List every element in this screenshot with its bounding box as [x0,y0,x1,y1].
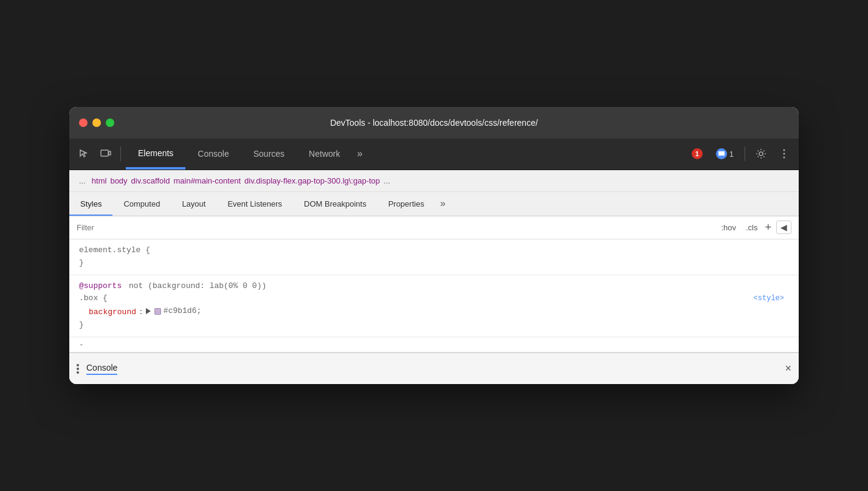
message-count [716,148,727,159]
dot-3 [77,371,79,374]
hov-button[interactable]: :hov [718,222,739,233]
box-selector: .box { [79,292,108,305]
svg-point-2 [759,152,763,156]
svg-point-3 [784,149,785,151]
traffic-lights [79,118,114,127]
tab-elements[interactable]: Elements [126,138,185,170]
partial-dash: - [79,340,84,349]
sub-toolbar: Styles Computed Layout Event Listeners D… [69,192,799,216]
close-brace-line: } [79,319,789,332]
atrule-condition: not (background: lab(0% 0 0)) [124,280,266,293]
styles-panel: element.style { } @supports not (backgro… [69,239,799,352]
breadcrumb-end-dots[interactable]: ... [384,176,390,185]
dot-1 [77,364,79,366]
add-class-button[interactable]: + [765,221,771,234]
subtab-layout[interactable]: Layout [171,191,216,216]
close-brace: } [79,257,84,270]
breadcrumb-body[interactable]: body [110,176,127,185]
breadcrumb-bar: ... html body div.scaffold main#main-con… [69,170,799,192]
subtab-dom-breakpoints[interactable]: DOM Breakpoints [293,191,377,216]
main-toolbar: Elements Console Sources Network » 1 [69,139,799,170]
atrule-line: @supports not (background: lab(0% 0 0)) [79,280,789,293]
main-tabs: Elements Console Sources Network » [126,138,684,170]
close-button[interactable] [79,118,88,127]
toggle-sidebar-button[interactable]: ◀ [776,221,791,234]
svg-rect-0 [101,150,108,156]
background-property-line: background : #c9b1d6; [79,305,789,319]
more-tabs-button[interactable]: » [352,148,367,159]
breadcrumb-start-dots[interactable]: ... [77,175,88,187]
svg-point-4 [784,153,785,155]
error-count: 1 [692,148,703,159]
subtab-properties[interactable]: Properties [377,191,435,216]
maximize-button[interactable] [106,118,114,127]
filter-input[interactable] [77,223,714,232]
breadcrumb-html[interactable]: html [92,176,107,185]
subtab-computed[interactable]: Computed [112,191,171,216]
message-badge-button[interactable]: 1 [711,146,739,162]
svg-point-5 [784,157,785,159]
bottom-dots-menu[interactable] [77,364,79,374]
tab-console[interactable]: Console [185,138,241,170]
element-style-selector: element.style { [79,244,789,257]
subtab-styles[interactable]: Styles [69,191,112,216]
selector-text: element.style { [79,244,150,257]
box-selector-line: .box { <style> [79,292,789,305]
device-icon[interactable] [96,144,115,163]
settings-icon[interactable] [751,144,771,163]
toolbar-right-divider [745,146,745,161]
subtab-more-button[interactable]: » [435,191,450,216]
element-style-close: } [79,257,789,270]
titlebar: DevTools - localhost:8080/docs/devtools/… [69,107,799,139]
error-badge-button[interactable]: 1 [687,146,708,162]
bottom-panel: Console × [69,352,799,384]
close-brace-2: } [79,319,84,332]
breadcrumb-div-scaffold[interactable]: div.scaffold [131,176,170,185]
color-swatch[interactable] [154,308,161,315]
svg-rect-1 [109,151,111,155]
color-value: #c9b1d6; [164,305,201,318]
expand-triangle-icon[interactable] [146,308,151,314]
tab-sources[interactable]: Sources [241,138,297,170]
property-name: background [89,306,136,319]
tab-network[interactable]: Network [297,138,352,170]
subtab-event-listeners[interactable]: Event Listeners [216,191,293,216]
filter-bar: :hov .cls + ◀ [69,216,799,239]
atrule-text: @supports [79,280,122,293]
window-title: DevTools - localhost:8080/docs/devtools/… [330,118,538,128]
source-link[interactable]: <style> [754,293,789,304]
inspect-icon[interactable] [74,144,94,163]
colon: : [139,306,143,319]
dot-2 [77,368,79,370]
supports-block: @supports not (background: lab(0% 0 0)) … [69,275,799,338]
toolbar-divider [120,146,121,161]
close-console-button[interactable]: × [785,362,791,375]
devtools-window: DevTools - localhost:8080/docs/devtools/… [69,107,799,384]
minimize-button[interactable] [92,118,101,127]
property-value-group: #c9b1d6; [146,305,201,318]
kebab-menu-icon[interactable] [774,144,794,163]
toolbar-right: 1 1 [687,144,794,163]
filter-controls: :hov .cls + ◀ [718,221,791,234]
breadcrumb-main[interactable]: main#main-content [173,176,241,185]
next-block-partial: - [69,337,799,352]
element-style-block: element.style { } [69,239,799,275]
cls-button[interactable]: .cls [743,222,760,233]
console-panel-tab[interactable]: Console [86,363,117,375]
breadcrumb-div-flex[interactable]: div.display-flex.gap-top-300.lg\:gap-top [244,176,380,185]
